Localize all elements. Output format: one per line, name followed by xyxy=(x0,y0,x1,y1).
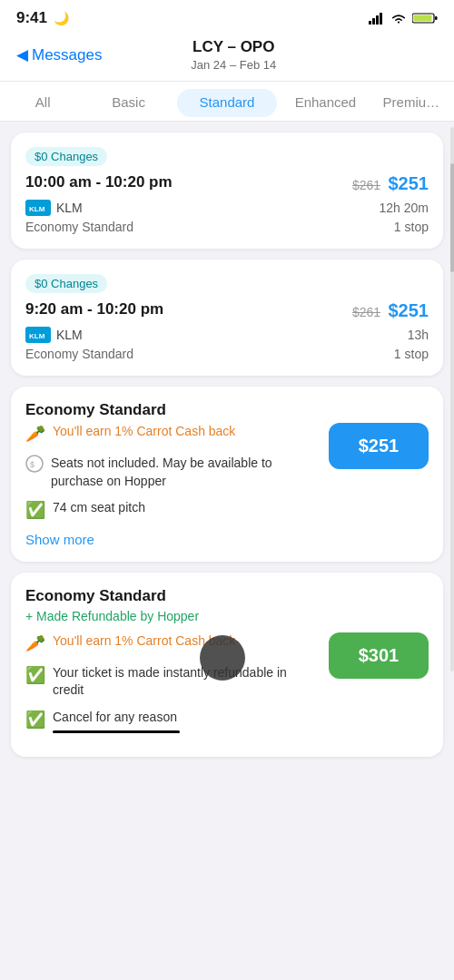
feature2-carrot-cash: 🥕 You'll earn 1% Carrot Cash back xyxy=(25,632,318,655)
klm-logo-2-icon: KLM xyxy=(25,327,51,343)
nav-bar: ◀ Messages LCY – OPO Jan 24 – Feb 14 xyxy=(0,33,454,82)
feature2-cancel-text: Cancel for any reason xyxy=(53,709,180,727)
flight-1-badge: $0 Changes xyxy=(25,147,107,166)
tab-basic[interactable]: Basic xyxy=(85,87,171,121)
seat-icon: $ xyxy=(25,455,44,479)
back-button[interactable]: ◀ Messages xyxy=(16,45,102,64)
status-bar: 9:41 🌙 xyxy=(0,0,454,33)
flight-2-airline: KLM xyxy=(56,328,83,342)
svg-rect-0 xyxy=(369,21,371,24)
status-time: 9:41 🌙 xyxy=(16,9,69,27)
status-icons xyxy=(369,12,438,24)
detail-card-1: Economy Standard 🥕 You'll earn 1% Carrot… xyxy=(11,387,443,562)
feature-seats: $ Seats not included. May be available t… xyxy=(25,455,318,490)
book-button-1[interactable]: $251 xyxy=(329,423,429,469)
feature-carrot-text: You'll earn 1% Carrot Cash back xyxy=(53,423,235,441)
svg-text:$: $ xyxy=(30,460,35,469)
flight-2-row: 9:20 am - 10:20 pm $261 $251 xyxy=(25,300,429,321)
feature-carrot-cash: 🥕 You'll earn 1% Carrot Cash back xyxy=(25,423,318,446)
svg-text:KLM: KLM xyxy=(29,332,45,340)
flight-card-1: $0 Changes 10:00 am - 10:20 pm $261 $251… xyxy=(11,132,443,249)
carrot-2-icon: 🥕 xyxy=(25,632,45,655)
flight-1-details: Economy Standard 1 stop xyxy=(25,220,429,234)
check-green-3-icon: ✅ xyxy=(25,709,45,731)
klm-logo-icon: KLM xyxy=(25,200,51,216)
svg-rect-6 xyxy=(414,15,432,22)
flight-2-time: 9:20 am - 10:20 pm xyxy=(25,300,163,318)
route-dates: Jan 24 – Feb 14 xyxy=(102,58,365,72)
feature-seats-text: Seats not included. May be available to … xyxy=(51,455,318,490)
svg-rect-5 xyxy=(435,16,438,20)
detail-1-title: Economy Standard xyxy=(25,401,429,419)
book-button-2[interactable]: $301 xyxy=(329,632,429,679)
flight-2-stops: 1 stop xyxy=(394,347,429,361)
flight-2-details: Economy Standard 1 stop xyxy=(25,347,429,361)
scrollbar-thumb[interactable] xyxy=(450,163,454,272)
flight-1-cabin: Economy Standard xyxy=(25,220,133,234)
flight-2-price: $261 $251 xyxy=(352,300,429,321)
feature2-refundable-text: Your ticket is made instantly refundable… xyxy=(53,664,318,700)
flight-2-cabin: Economy Standard xyxy=(25,347,133,361)
carrot-icon: 🥕 xyxy=(25,423,45,446)
tab-all[interactable]: All xyxy=(0,87,85,121)
tabs-bar: All Basic Standard Enhanced Premiu… xyxy=(0,82,454,122)
feature2-cancel-content: Cancel for any reason xyxy=(53,709,180,733)
svg-rect-2 xyxy=(376,15,379,24)
check-green-icon: ✅ xyxy=(25,499,45,522)
scrollbar-track xyxy=(450,127,454,671)
flight-1-price-old: $261 xyxy=(352,178,380,192)
detail-2-features: 🥕 You'll earn 1% Carrot Cash back ✅ Your… xyxy=(25,632,318,742)
svg-rect-1 xyxy=(372,18,375,24)
tab-premium[interactable]: Premiu… xyxy=(369,87,454,121)
svg-rect-3 xyxy=(380,13,382,24)
detail-2-title: Economy Standard xyxy=(25,587,429,605)
header-center: LCY – OPO Jan 24 – Feb 14 xyxy=(102,38,365,72)
flight-1-airline: KLM xyxy=(56,201,83,215)
svg-text:KLM: KLM xyxy=(29,205,45,213)
detail-1-features: 🥕 You'll earn 1% Carrot Cash back $ Seat… xyxy=(25,423,318,547)
tab-standard[interactable]: Standard xyxy=(177,89,277,117)
tab-enhanced[interactable]: Enhanced xyxy=(282,87,368,121)
flight-1-time: 10:00 am - 10:20 pm xyxy=(25,173,173,191)
flight-2-price-new: $251 xyxy=(389,300,429,320)
wifi-icon xyxy=(390,12,407,24)
flight-1-stops: 1 stop xyxy=(394,220,429,234)
back-label: Messages xyxy=(32,46,102,64)
show-more-button[interactable]: Show more xyxy=(25,532,318,547)
check-green-2-icon: ✅ xyxy=(25,664,45,687)
flight-2-price-old: $261 xyxy=(352,305,380,319)
touch-indicator xyxy=(200,635,245,681)
flight-1-price-new: $251 xyxy=(389,173,429,193)
feature2-cancel: ✅ Cancel for any reason xyxy=(25,709,318,733)
feature2-refundable: ✅ Your ticket is made instantly refundab… xyxy=(25,664,318,700)
battery-icon xyxy=(412,12,438,24)
flight-1-row: 10:00 am - 10:20 pm $261 $251 xyxy=(25,173,429,194)
flight-2-badge: $0 Changes xyxy=(25,274,107,293)
detail-1-content: 🥕 You'll earn 1% Carrot Cash back $ Seat… xyxy=(25,423,429,547)
flight-card-2: $0 Changes 9:20 am - 10:20 pm $261 $251 … xyxy=(11,260,443,376)
route-title: LCY – OPO xyxy=(102,38,365,56)
moon-icon: 🌙 xyxy=(54,11,69,25)
flight-1-duration: 12h 20m xyxy=(380,201,429,215)
feature-seat-pitch: ✅ 74 cm seat pitch xyxy=(25,499,318,522)
detail-2-subtitle: + Made Refundable by Hopper xyxy=(25,609,429,623)
flight-2-airline-row: KLM KLM 13h xyxy=(25,327,429,343)
feature-pitch-text: 74 cm seat pitch xyxy=(53,499,145,517)
flight-2-duration: 13h xyxy=(408,328,429,342)
flight-1-price: $261 $251 xyxy=(352,173,429,194)
signal-icon xyxy=(369,12,385,24)
back-chevron-icon: ◀ xyxy=(16,45,28,64)
flight-1-airline-row: KLM KLM 12h 20m xyxy=(25,200,429,216)
redacted-text xyxy=(53,730,180,733)
